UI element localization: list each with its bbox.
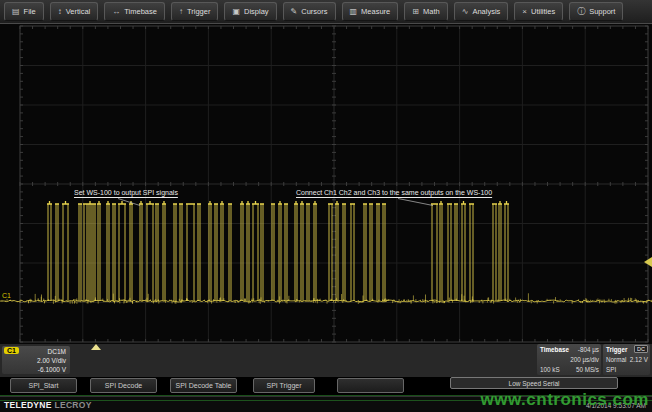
annotation-connect-channels: Connect Ch1 Ch2 and Ch3 to the same outp… bbox=[296, 189, 492, 197]
button-spi-decode-table[interactable]: SPI Decode Table bbox=[170, 378, 237, 393]
channel-c1-marker[interactable]: C1 bbox=[2, 292, 11, 299]
trigger-position-marker[interactable] bbox=[91, 344, 101, 350]
menu-item-label: File bbox=[24, 7, 36, 16]
c1-trace-pulses bbox=[48, 204, 508, 301]
menu-item-label: Timebase bbox=[124, 7, 157, 16]
ruler-icon: ▥ bbox=[350, 8, 358, 16]
info-icon: ⓘ bbox=[577, 8, 585, 16]
channel-coupling: DC1M bbox=[48, 348, 66, 355]
c1-trace-pulse-tops bbox=[47, 201, 509, 204]
menu-item-label: Utilities bbox=[531, 7, 555, 16]
menu-item-analysis[interactable]: ∿Analysis bbox=[454, 2, 509, 21]
timebase-descriptor[interactable]: Timebase -804 µs 200 µs/div 100 kS 50 MS… bbox=[537, 344, 601, 375]
brand-logo: TELEDYNE LECROY bbox=[4, 400, 92, 410]
menu-item-label: Measure bbox=[361, 7, 390, 16]
timebase-rate: 50 MS/s bbox=[576, 366, 599, 373]
menu-item-support[interactable]: ⓘSupport bbox=[569, 2, 623, 21]
oscilloscope-graticule: C1 bbox=[0, 24, 652, 344]
menu-item-label: Display bbox=[244, 7, 269, 16]
annotation-set-ws100: Set WS-100 to output SPI signals bbox=[74, 189, 178, 197]
brand-teledyne: TELEDYNE bbox=[4, 400, 52, 410]
menu-item-file[interactable]: ▤File bbox=[4, 2, 44, 21]
menu-item-cursors[interactable]: ✎Cursors bbox=[283, 2, 336, 21]
timebase-delay: -804 µs bbox=[578, 346, 599, 353]
trigger-level: 2.12 V bbox=[630, 356, 648, 363]
button-empty-slot[interactable] bbox=[337, 378, 404, 393]
watermark-text: www.cntronics.com bbox=[481, 390, 649, 410]
channel-offset: -6.1000 V bbox=[38, 366, 66, 373]
calculator-icon: ⊞ bbox=[412, 8, 419, 16]
dialog-tab-low-speed-serial[interactable]: Low Speed Serial bbox=[450, 377, 618, 389]
menu-item-label: Cursors bbox=[301, 7, 327, 16]
vertical-arrows-icon: ↕ bbox=[58, 8, 62, 16]
menu-item-vertical[interactable]: ↕Vertical bbox=[50, 2, 99, 21]
trigger-mode: Normal bbox=[606, 356, 626, 363]
menu-item-timebase[interactable]: ↔Timebase bbox=[104, 2, 165, 21]
pencil-icon: ✎ bbox=[291, 8, 298, 16]
button-spi-decode[interactable]: SPI Decode bbox=[90, 378, 157, 393]
tools-icon: × bbox=[522, 8, 527, 16]
trigger-arrow-icon: ↑ bbox=[179, 8, 183, 16]
menu-item-utilities[interactable]: ×Utilities bbox=[514, 2, 563, 21]
button-spi-trigger[interactable]: SPI Trigger bbox=[253, 378, 315, 393]
channel-c1-descriptor[interactable]: C1 DC1M 2.00 V/div -6.1000 V bbox=[2, 346, 70, 374]
timebase-scale: 200 µs/div bbox=[570, 356, 599, 363]
trigger-source: SPI bbox=[606, 366, 616, 373]
brand-lecroy: LECROY bbox=[54, 400, 91, 410]
display-icon: ▣ bbox=[232, 8, 240, 16]
menu-item-label: Trigger bbox=[187, 7, 210, 16]
menu-item-math[interactable]: ⊞Math bbox=[404, 2, 447, 21]
channel-c1-badge: C1 bbox=[4, 347, 19, 354]
menu-bar: ▤File↕Vertical↔Timebase↑Trigger▣Display✎… bbox=[0, 0, 652, 24]
menu-item-label: Math bbox=[423, 7, 440, 16]
menu-item-label: Support bbox=[589, 7, 615, 16]
waveform-icon: ∿ bbox=[462, 8, 469, 16]
trigger-coupling-badge: DC bbox=[634, 345, 648, 353]
menu-item-trigger[interactable]: ↑Trigger bbox=[171, 2, 218, 21]
button-spi-start[interactable]: SPI_Start bbox=[10, 378, 77, 393]
timebase-label: Timebase bbox=[540, 346, 569, 353]
trigger-descriptor[interactable]: Trigger DC Normal 2.12 V SPI bbox=[603, 344, 650, 375]
menu-item-display[interactable]: ▣Display bbox=[224, 2, 276, 21]
trigger-label: Trigger bbox=[606, 346, 627, 353]
waveform-display: C1 bbox=[0, 24, 652, 344]
menu-item-measure[interactable]: ▥Measure bbox=[342, 2, 399, 21]
horizontal-arrows-icon: ↔ bbox=[112, 8, 120, 16]
menu-item-label: Analysis bbox=[472, 7, 500, 16]
file-icon: ▤ bbox=[12, 8, 20, 16]
timebase-samples: 100 kS bbox=[540, 366, 560, 373]
menu-item-label: Vertical bbox=[66, 7, 91, 16]
channel-scale: 2.00 V/div bbox=[37, 357, 66, 364]
